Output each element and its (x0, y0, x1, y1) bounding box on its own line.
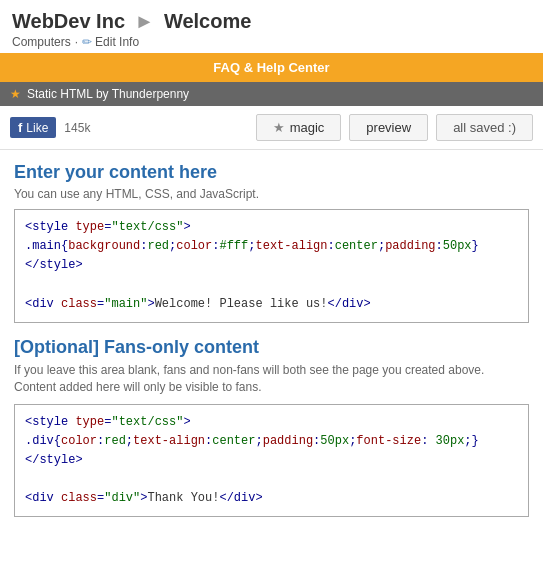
star-icon: ★ (10, 87, 21, 101)
optional-section: [Optional] Fans-only content If you leav… (14, 337, 529, 518)
optional-section-desc: If you leave this area blank, fans and n… (14, 362, 529, 396)
magic-star-icon: ★ (273, 120, 285, 135)
like-count: 145k (64, 121, 90, 135)
main-section-subtitle: You can use any HTML, CSS, and JavaScrip… (14, 187, 529, 201)
breadcrumb-separator: ► (135, 10, 160, 32)
facebook-like-button[interactable]: f Like (10, 117, 56, 138)
code-line-2: .main{background:red;color:#fff;text-ali… (25, 237, 518, 256)
main-section-title: Enter your content here (14, 162, 529, 183)
magic-button[interactable]: ★ magic (256, 114, 342, 141)
facebook-icon: f (18, 120, 22, 135)
saved-button[interactable]: all saved :) (436, 114, 533, 141)
main-content-area: Enter your content here You can use any … (0, 150, 543, 535)
toolbar: f Like 145k ★ magic preview all saved :) (0, 106, 543, 150)
opt-code-line-1: <style type="text/css"> (25, 413, 518, 432)
opt-code-line-5: <div class="div">Thank You!</div> (25, 489, 518, 508)
opt-code-line-4 (25, 470, 518, 489)
main-code-editor[interactable]: <style type="text/css"> .main{background… (14, 209, 529, 323)
edit-icon: ✏ (82, 35, 92, 49)
faq-bar[interactable]: FAQ & Help Center (0, 53, 543, 82)
breadcrumb-computers[interactable]: Computers (12, 35, 71, 49)
breadcrumb: Computers · ✏ Edit Info (12, 35, 531, 49)
page-title: WebDev Inc ► Welcome (12, 10, 531, 33)
optional-code-editor[interactable]: <style type="text/css"> .div{color:red;t… (14, 404, 529, 518)
code-line-4 (25, 276, 518, 295)
preview-button[interactable]: preview (349, 114, 428, 141)
static-html-bar: ★ Static HTML by Thunderpenny (0, 82, 543, 106)
code-line-1: <style type="text/css"> (25, 218, 518, 237)
edit-info-link[interactable]: ✏ Edit Info (82, 35, 139, 49)
brand-name: WebDev Inc (12, 10, 125, 32)
page-name: Welcome (164, 10, 251, 32)
optional-section-title: [Optional] Fans-only content (14, 337, 529, 358)
opt-code-line-3: </style> (25, 451, 518, 470)
opt-code-line-2: .div{color:red;text-align:center;padding… (25, 432, 518, 451)
code-line-5: <div class="main">Welcome! Please like u… (25, 295, 518, 314)
code-line-3: </style> (25, 256, 518, 275)
header: WebDev Inc ► Welcome Computers · ✏ Edit … (0, 0, 543, 53)
